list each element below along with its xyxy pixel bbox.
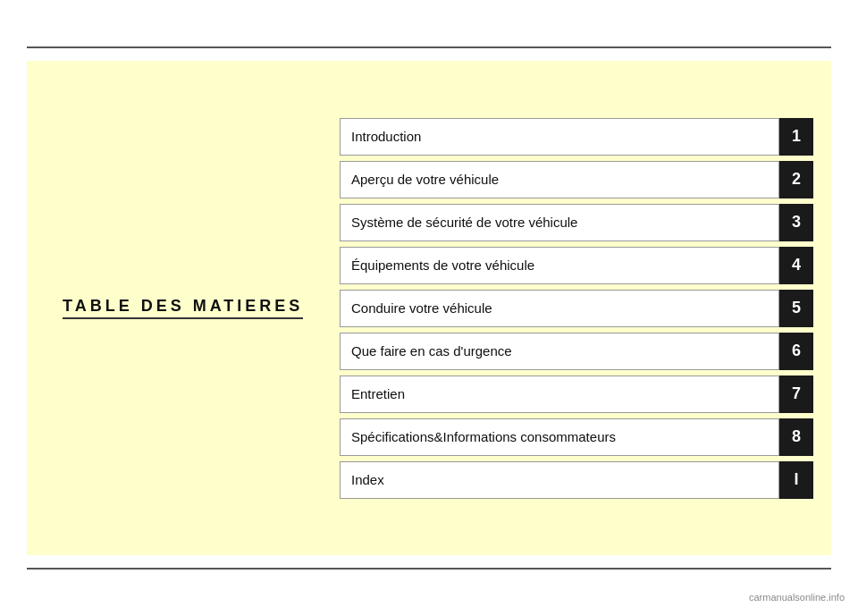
toc-item-label: Système de sécurité de votre véhicule xyxy=(340,204,779,241)
toc-item-number[interactable]: 3 xyxy=(779,204,813,241)
toc-item-label: Introduction xyxy=(340,118,779,156)
top-divider xyxy=(27,46,831,48)
table-row[interactable]: Entretien7 xyxy=(340,376,813,413)
toc-item-number[interactable]: 8 xyxy=(779,418,813,456)
toc-item-number[interactable]: 5 xyxy=(779,290,813,327)
toc-item-number[interactable]: 4 xyxy=(779,247,813,284)
toc-item-label: Équipements de votre véhicule xyxy=(340,247,779,284)
toc-item-label: Index xyxy=(340,461,779,499)
table-row[interactable]: Spécifications&Informations consommateur… xyxy=(340,418,813,456)
toc-item-label: Que faire en cas d'urgence xyxy=(340,333,779,370)
left-section: TABLE DES MATIERES xyxy=(27,297,331,319)
main-content-area: TABLE DES MATIERES Introduction1Aperçu d… xyxy=(27,61,831,555)
table-row[interactable]: Que faire en cas d'urgence6 xyxy=(340,333,813,370)
watermark: carmanualsonline.info xyxy=(749,592,845,603)
toc-item-label: Conduire votre véhicule xyxy=(340,290,779,327)
table-row[interactable]: IndexI xyxy=(340,461,813,499)
page-title: TABLE DES MATIERES xyxy=(63,297,303,319)
table-row[interactable]: Équipements de votre véhicule4 xyxy=(340,247,813,284)
toc-item-label: Spécifications&Informations consommateur… xyxy=(340,418,779,456)
toc-item-number[interactable]: I xyxy=(779,461,813,499)
toc-list: Introduction1Aperçu de votre véhicule2Sy… xyxy=(331,100,831,517)
toc-item-number[interactable]: 6 xyxy=(779,333,813,370)
toc-item-number[interactable]: 2 xyxy=(779,161,813,198)
toc-item-number[interactable]: 1 xyxy=(779,118,813,156)
bottom-divider xyxy=(27,568,831,570)
table-row[interactable]: Système de sécurité de votre véhicule3 xyxy=(340,204,813,241)
table-row[interactable]: Introduction1 xyxy=(340,118,813,156)
toc-item-label: Entretien xyxy=(340,376,779,413)
toc-item-number[interactable]: 7 xyxy=(779,376,813,413)
table-row[interactable]: Conduire votre véhicule5 xyxy=(340,290,813,327)
table-row[interactable]: Aperçu de votre véhicule2 xyxy=(340,161,813,198)
toc-item-label: Aperçu de votre véhicule xyxy=(340,161,779,198)
